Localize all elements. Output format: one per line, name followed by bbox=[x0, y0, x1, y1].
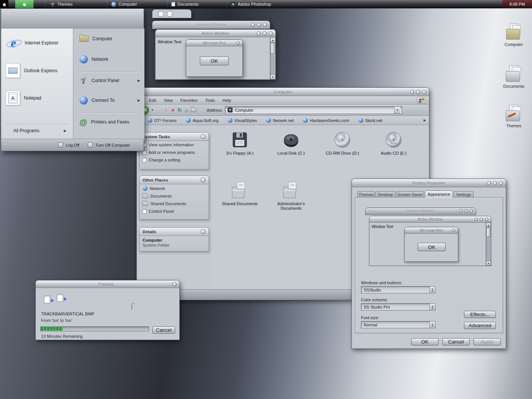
message-box-titlebar[interactable]: Message Box bbox=[186, 40, 242, 46]
drive-cdrw-d[interactable]: CD-RW Drive (D:) bbox=[320, 130, 365, 155]
start-item-outlook-express[interactable]: Outlook Express bbox=[6, 63, 57, 78]
taskbar-item-documents[interactable]: Documents bbox=[167, 0, 203, 8]
drive-local-disk-c[interactable]: Local Disk (C:) bbox=[268, 130, 314, 155]
printer-icon[interactable] bbox=[158, 11, 163, 16]
copying-titlebar[interactable]: Copying... bbox=[36, 280, 179, 288]
home-button[interactable]: ⌂ bbox=[183, 107, 190, 114]
windows-and-buttons-select[interactable]: SSStudio ▲▼ bbox=[361, 286, 435, 293]
cancel-button[interactable]: Cancel bbox=[442, 338, 470, 345]
close-button[interactable] bbox=[173, 282, 177, 286]
minimize-button[interactable] bbox=[487, 181, 491, 185]
tab-screen-saver[interactable]: Screen Saver bbox=[396, 191, 424, 198]
explorer-titlebar[interactable]: Computer bbox=[137, 88, 429, 96]
link-dt-forums[interactable]: DT² Forums bbox=[147, 118, 177, 123]
start-item-internet-explorer[interactable]: e Internet Explorer bbox=[6, 35, 59, 51]
tab-desktop[interactable]: Desktop bbox=[375, 191, 395, 198]
close-button[interactable] bbox=[269, 31, 273, 35]
apple-menu-button-green[interactable] bbox=[15, 0, 33, 8]
start-item-computer[interactable]: Computer bbox=[79, 35, 140, 42]
document-icon[interactable] bbox=[167, 11, 172, 16]
minimize-button[interactable] bbox=[251, 23, 255, 27]
close-button[interactable] bbox=[422, 90, 426, 94]
link-neowin[interactable]: Neowin.net bbox=[266, 118, 294, 123]
menu-favorites[interactable]: Favorites bbox=[180, 98, 198, 103]
desktop-icon-documents[interactable]: Documents bbox=[496, 65, 531, 89]
desktop-icon-themes[interactable]: Themes bbox=[496, 105, 531, 128]
taskbar-item-computer[interactable]: Computer bbox=[107, 0, 141, 8]
place-shared-documents[interactable]: Shared Documents bbox=[139, 200, 209, 207]
details-header[interactable]: Details bbox=[139, 228, 209, 236]
tab-settings[interactable]: Settings bbox=[454, 191, 473, 198]
scroll-down-icon[interactable]: ▼ bbox=[270, 74, 276, 79]
close-button[interactable] bbox=[236, 41, 240, 45]
refresh-button[interactable]: ↻ bbox=[176, 107, 183, 114]
place-network[interactable]: Network bbox=[139, 184, 209, 192]
maximize-button[interactable] bbox=[493, 181, 497, 185]
apple-menu-button[interactable] bbox=[0, 0, 8, 8]
combo-stepper-icon[interactable]: ▲▼ bbox=[429, 304, 435, 310]
address-bar[interactable]: Computer ▼ bbox=[225, 106, 402, 114]
color-scheme-select[interactable]: SS Studio Pro ▲▼ bbox=[361, 303, 435, 310]
all-programs-button[interactable]: All Programs ▶ bbox=[13, 128, 66, 133]
up-button[interactable]: ↑ bbox=[163, 107, 169, 114]
maximize-button[interactable] bbox=[416, 90, 420, 94]
system-tasks-header[interactable]: System Tasks bbox=[139, 133, 209, 141]
minimize-button[interactable] bbox=[410, 90, 414, 94]
font-size-select[interactable]: Normal ▲▼ bbox=[361, 321, 435, 328]
active-titlebar[interactable]: Active Window bbox=[155, 30, 276, 37]
combo-stepper-icon[interactable]: ▲▼ bbox=[429, 321, 435, 328]
maximize-button[interactable] bbox=[257, 23, 261, 27]
stop-button[interactable]: × bbox=[169, 107, 176, 114]
collapse-button[interactable] bbox=[201, 177, 206, 182]
ok-button[interactable]: OK bbox=[411, 338, 439, 345]
advanced-button[interactable]: Advanced bbox=[464, 322, 496, 329]
inactive-titlebar[interactable]: Inactive Window bbox=[152, 21, 270, 29]
effects-button[interactable]: Effects... bbox=[464, 311, 496, 318]
scrollbar[interactable]: ▲ ▼ bbox=[270, 38, 276, 79]
minimize-button[interactable] bbox=[256, 31, 261, 35]
task-add-remove-programs[interactable]: Add or remove programs bbox=[139, 149, 209, 156]
address-dropdown-icon[interactable]: ▼ bbox=[394, 107, 400, 114]
folder-shared-documents[interactable]: Shared Documents bbox=[217, 181, 263, 206]
start-item-control-panel[interactable]: Control Panel ▶ bbox=[79, 76, 140, 85]
maximize-button[interactable] bbox=[263, 31, 267, 35]
link-visualstyles[interactable]: VisualStyles bbox=[228, 118, 257, 123]
apply-button[interactable]: Apply bbox=[473, 338, 501, 345]
tab-themes[interactable]: Themes bbox=[357, 191, 375, 198]
folders-button[interactable] bbox=[190, 107, 197, 114]
cancel-button[interactable]: Cancel bbox=[152, 326, 175, 334]
other-places-header[interactable]: Other Places bbox=[139, 176, 209, 184]
link-hardwaregeeks[interactable]: HardwareGeeks.com bbox=[303, 118, 349, 123]
folder-administrators-documents[interactable]: Administrator's Documents bbox=[268, 181, 314, 211]
combo-stepper-icon[interactable]: ▲▼ bbox=[429, 287, 435, 293]
scroll-thumb[interactable] bbox=[271, 43, 275, 54]
drive-audio-cd-e[interactable]: DVD Audio CD (E:) bbox=[371, 130, 416, 155]
log-off-button[interactable]: Log Off bbox=[58, 142, 79, 147]
taskbar-item-photoshop[interactable]: Adobe Photoshop bbox=[226, 0, 275, 8]
menu-view[interactable]: View bbox=[164, 98, 173, 103]
menu-edit[interactable]: Edit bbox=[149, 98, 156, 103]
desktop-icon-computer[interactable]: Computer bbox=[496, 24, 531, 47]
collapse-button[interactable] bbox=[201, 134, 206, 139]
display-properties-titlebar[interactable]: Display Properties bbox=[352, 179, 506, 187]
collapse-button[interactable] bbox=[201, 229, 206, 234]
start-item-notepad[interactable]: A Notepad bbox=[6, 91, 41, 105]
place-documents[interactable]: Documents bbox=[139, 192, 209, 200]
back-dropdown-icon[interactable]: ▾ bbox=[149, 107, 156, 114]
ok-button[interactable]: OK bbox=[200, 57, 229, 65]
close-button[interactable] bbox=[499, 181, 503, 185]
tab-appearance[interactable]: Appearance bbox=[425, 190, 453, 198]
drive-floppy-a[interactable]: 3½ Floppy (A:) bbox=[217, 130, 263, 155]
start-item-network[interactable]: Network bbox=[79, 55, 140, 63]
start-item-printers-and-faxes[interactable]: @ Printers and Faxes bbox=[79, 117, 140, 127]
taskbar-clock[interactable]: 8:08 PM bbox=[502, 0, 532, 8]
links-overflow-icon[interactable]: ▶ bbox=[424, 119, 426, 122]
menu-tools[interactable]: Tools bbox=[205, 98, 215, 103]
link-skinit[interactable]: Skinit.net bbox=[358, 118, 382, 123]
menu-help[interactable]: Help bbox=[223, 98, 231, 103]
scroll-up-icon[interactable]: ▲ bbox=[270, 38, 276, 43]
turn-off-computer-button[interactable]: Turn Off Computer bbox=[88, 142, 130, 147]
task-view-system-information[interactable]: View system information bbox=[139, 141, 209, 149]
link-aqua-soft[interactable]: Aqua-Soft.org bbox=[186, 118, 218, 123]
close-button[interactable] bbox=[263, 23, 267, 27]
